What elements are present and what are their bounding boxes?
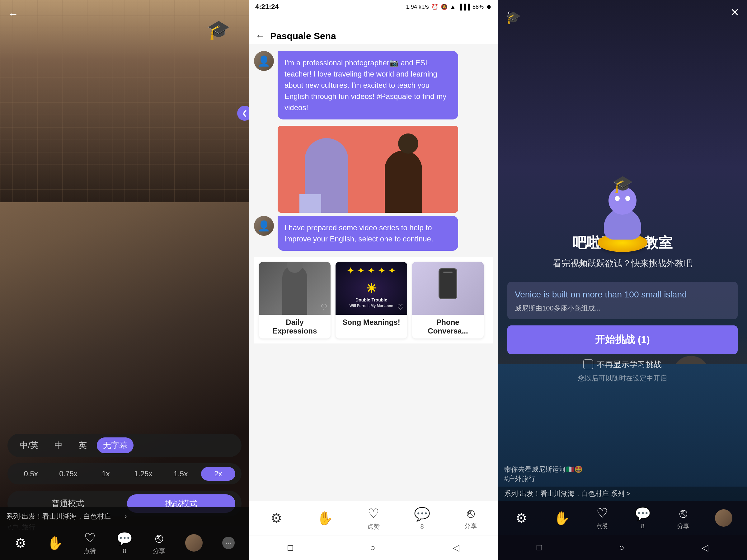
subtitle-none-btn[interactable]: 无字幕 [97, 437, 133, 453]
share-icon: ⎋ [155, 531, 163, 546]
chat-message-1: 👤 I'm a professional photographer📷 and E… [254, 51, 493, 119]
left-mascot-icon: 🎓 [207, 19, 230, 41]
eurovision-title: Double TroubleWill Ferrell, My Marianne [336, 297, 407, 309]
middle-system-nav: □ ○ ◁ [249, 535, 498, 560]
subtitle-bilingual-btn[interactable]: 中/英 [14, 437, 45, 453]
eurovision-stars: ✦ ✦ ✦ ✦ ✦ [336, 265, 407, 276]
right-share-label: 分享 [677, 522, 689, 530]
speed-2x-btn[interactable]: 2x [201, 467, 235, 481]
nav-like[interactable]: ♡ 点赞 [81, 530, 99, 555]
mid-gesture-icon: ✋ [317, 510, 333, 526]
no-challenge-row: 不再显示学习挑战 [583, 359, 662, 370]
start-challenge-button[interactable]: 开始挑战 (1) [507, 325, 738, 354]
right-bottom-area: 带你去看威尼斯运河🇮🇹🤩 #户外旅行 系列·出发！看山川湖海，白色村庄 系列 >… [498, 462, 747, 560]
middle-panel: 4:21:24 1.94 kb/s ⏰ 🔕 ▲ ▐▐▐ 88% ⏺ ← Pasq… [249, 0, 498, 560]
nav-avatar[interactable] [185, 534, 203, 552]
sys-back-btn[interactable]: ◁ [453, 542, 459, 553]
right-sys-square[interactable]: □ [537, 542, 542, 553]
song-label: Song Meanings! [336, 315, 407, 330]
user-avatar [185, 534, 203, 552]
chat-bubble-1: I'm a professional photographer📷 and ESL… [278, 51, 458, 119]
right-panel: ← 🎓 ✕ 🎓 吧啦吧啦小教室 看完视频跃跃欲 [498, 0, 747, 560]
right-like-label: 点赞 [596, 522, 609, 530]
right-share-icon: ⎋ [679, 506, 687, 521]
series-cards-grid: ♡ Daily Expressions ✦ ✦ ✦ ✦ ✦ ☀ Double T… [254, 257, 493, 344]
series-card-song[interactable]: ✦ ✦ ✦ ✦ ✦ ☀ Double TroubleWill Ferrell, … [336, 262, 407, 339]
left-back-button[interactable]: ← [7, 7, 19, 21]
challenge-text-zh: 威尼斯由100多座小岛组成... [515, 304, 730, 313]
nav-gesture[interactable]: ✋ [46, 535, 65, 551]
nav-more[interactable]: ··· [219, 537, 238, 549]
heart-icon-song: ♡ [397, 303, 404, 312]
phone-icon [439, 268, 457, 299]
comment-count: 8 [123, 548, 126, 555]
more-icon: ··· [222, 537, 235, 549]
chat-header: ← Pasquale Sena [249, 14, 498, 45]
right-comment-count: 8 [641, 523, 644, 530]
right-nav-avatar[interactable] [714, 509, 733, 527]
eye-right [625, 196, 630, 201]
right-tag1: 带你去看威尼斯运河🇮🇹🤩 [504, 465, 741, 474]
wifi-icon: ▲ [450, 4, 456, 10]
speed-0.5x-btn[interactable]: 0.5x [14, 467, 48, 481]
subtitle-english-btn[interactable]: 英 [73, 437, 93, 453]
mid-heart-icon: ♡ [367, 506, 380, 521]
right-nav-settings[interactable]: ⚙ [512, 510, 531, 526]
mid-nav-comment[interactable]: 💬 8 [413, 506, 431, 530]
mid-nav-settings[interactable]: ⚙ [267, 510, 286, 526]
sys-square-btn[interactable]: □ [288, 543, 293, 553]
chat-messages-area[interactable]: 👤 I'm a professional photographer📷 and E… [249, 45, 498, 501]
speed-0.75x-btn[interactable]: 0.75x [51, 467, 85, 481]
right-nav-gesture[interactable]: ✋ [552, 510, 571, 526]
right-nav-like[interactable]: ♡ 点赞 [593, 506, 612, 530]
mid-nav-gesture[interactable]: ✋ [316, 510, 334, 526]
mid-comment-icon: 💬 [414, 506, 430, 522]
middle-bottom-nav: ⚙ ✋ ♡ 点赞 💬 8 ⎋ 分享 [249, 501, 498, 535]
series-card-daily[interactable]: ♡ Daily Expressions [259, 262, 331, 339]
nav-comment[interactable]: 💬 8 [115, 531, 134, 555]
chat-title: Pasquale Sena [270, 31, 336, 42]
challenge-text-card: Venice is built on more than 100 small i… [507, 282, 738, 319]
mid-nav-share[interactable]: ⎋ 分享 [461, 506, 480, 530]
speed-1.25x-btn[interactable]: 1.25x [126, 467, 160, 481]
no-challenge-label: 不再显示学习挑战 [597, 359, 662, 370]
teacher-avatar: 👤 [254, 51, 274, 71]
right-heart-icon: ♡ [596, 506, 608, 521]
eye-left [615, 196, 620, 201]
right-series-bar: 系列·出发！看山川湖海，白色村庄 系列 > [498, 486, 747, 501]
right-tag-bar: 带你去看威尼斯运河🇮🇹🤩 #户外旅行 [498, 462, 747, 486]
middle-back-button[interactable]: ← [255, 30, 265, 42]
left-series-bar: 系列·出发！看山川湖海，白色村庄 › [0, 507, 249, 526]
status-icons: 1.94 kb/s ⏰ 🔕 ▲ ▐▐▐ 88% ⏺ [406, 3, 492, 10]
left-bottom-nav: ⚙ ✋ ♡ 点赞 💬 8 ⎋ 分享 ··· [0, 526, 249, 560]
person-right [385, 151, 422, 213]
nav-settings[interactable]: ⚙ [11, 535, 30, 551]
settings-icon: ⚙ [15, 535, 26, 551]
speed-1.5x-btn[interactable]: 1.5x [163, 467, 198, 481]
data-speed: 1.94 kb/s [406, 4, 429, 10]
teacher-avatar-2: 👤 [254, 216, 274, 236]
mid-nav-like[interactable]: ♡ 点赞 [364, 506, 383, 531]
status-time: 4:21:24 [255, 3, 279, 11]
speed-1x-btn[interactable]: 1x [89, 467, 123, 481]
subtitle-toggle-group: 中/英 中 英 无字幕 [7, 434, 241, 457]
series-arrow[interactable]: › [125, 512, 243, 521]
series-card-phone[interactable]: Phone Conversa... [412, 262, 484, 339]
alarm-icon: ⏰ [431, 3, 438, 10]
mid-comment-count: 8 [420, 523, 423, 530]
right-sys-back[interactable]: ◁ [701, 542, 709, 553]
chat-message-2: 👤 I have prepared some video series to h… [254, 216, 493, 251]
right-comment-icon: 💬 [635, 506, 651, 522]
no-challenge-checkbox[interactable] [583, 359, 593, 369]
right-nav-share[interactable]: ⎋ 分享 [674, 506, 693, 530]
right-sys-circle[interactable]: ○ [619, 542, 624, 553]
no-challenge-hint: 您以后可以随时在设定中开启 [578, 374, 667, 383]
right-nav-comment[interactable]: 💬 8 [634, 506, 652, 530]
sys-circle-btn[interactable]: ○ [370, 543, 376, 553]
subtitle-chinese-btn[interactable]: 中 [48, 437, 69, 453]
right-user-avatar [715, 509, 732, 527]
right-gesture-icon: ✋ [554, 510, 570, 526]
speed-control-group: 0.5x 0.75x 1x 1.25x 1.5x 2x [7, 463, 241, 484]
nav-share[interactable]: ⎋ 分享 [150, 531, 169, 555]
battery: 88% [472, 4, 484, 10]
